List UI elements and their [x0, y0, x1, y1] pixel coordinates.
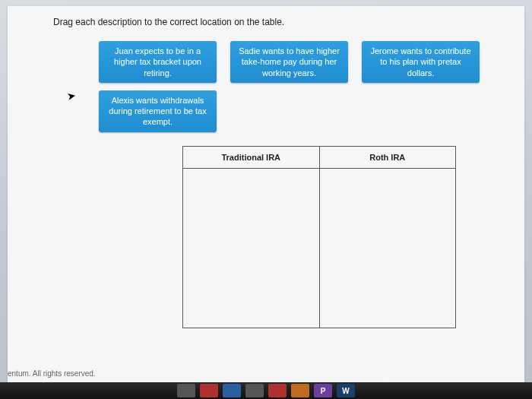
draggable-row-2: Alexis wants withdrawals during retireme… — [99, 90, 509, 132]
copyright-text: entum. All rights reserved. — [8, 369, 96, 378]
taskbar-app-icon[interactable] — [245, 384, 264, 397]
taskbar-app-icon[interactable] — [223, 384, 241, 397]
taskbar-app-icon[interactable] — [268, 384, 287, 397]
card-jerome[interactable]: Jerome wants to contribute to his plan w… — [362, 41, 480, 83]
drop-zone-traditional[interactable] — [183, 168, 320, 328]
taskbar-app-icon[interactable] — [200, 384, 218, 397]
taskbar-powerpoint-icon[interactable]: P — [314, 384, 332, 397]
taskbar: P W — [0, 382, 532, 399]
taskbar-app-icon[interactable] — [291, 384, 309, 397]
taskbar-word-icon[interactable]: W — [337, 384, 355, 397]
cursor-icon: ➤ — [66, 89, 78, 103]
exercise-panel: Drag each description to the correct loc… — [8, 6, 524, 382]
instruction-text: Drag each description to the correct loc… — [53, 17, 509, 27]
drop-target-table: Traditional IRA Roth IRA — [182, 146, 456, 328]
card-sadie[interactable]: Sadie wants to have higher take-home pay… — [230, 41, 348, 83]
card-alexis[interactable]: Alexis wants withdrawals during retireme… — [99, 90, 217, 132]
draggable-row-1: Juan expects to be in a higher tax brack… — [99, 41, 509, 83]
drop-zone-roth[interactable] — [319, 168, 456, 328]
column-header-traditional: Traditional IRA — [183, 146, 320, 168]
taskbar-app-icon[interactable] — [177, 384, 195, 397]
column-header-roth: Roth IRA — [319, 146, 456, 168]
card-juan[interactable]: Juan expects to be in a higher tax brack… — [99, 41, 217, 83]
